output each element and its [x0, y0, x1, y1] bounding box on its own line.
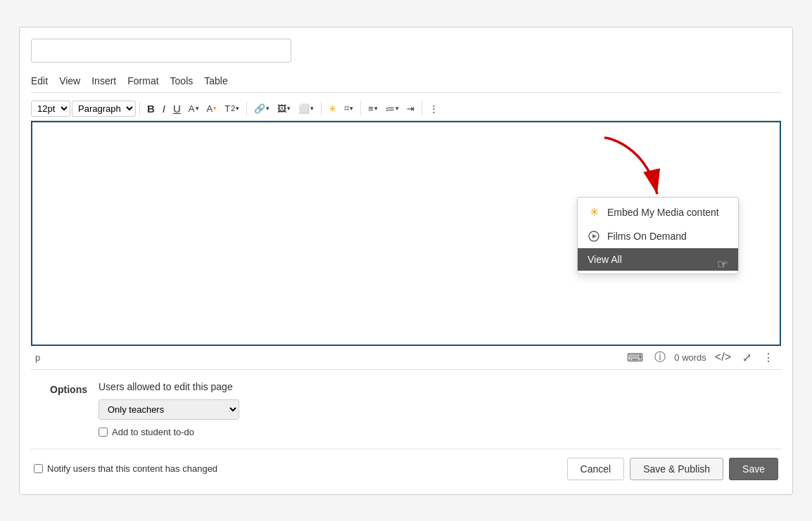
notify-label: Notify users that this content has chang…: [47, 463, 217, 474]
media-group: ✳ ⌗▾: [325, 100, 357, 117]
kaltura-icon: ✳: [588, 206, 600, 219]
options-section: Options Users allowed to edit this page …: [31, 370, 781, 449]
notify-row: Notify users that this content has chang…: [34, 463, 217, 474]
indent-button[interactable]: ⇥: [403, 101, 418, 117]
save-button[interactable]: Save: [729, 458, 778, 480]
options-label: Options: [31, 381, 87, 395]
menu-tools[interactable]: Tools: [170, 74, 194, 88]
word-count: 0 words: [674, 352, 706, 363]
status-bar: p ⌨ ⓘ 0 words </> ⤢ ⋮: [31, 346, 781, 370]
student-todo-checkbox[interactable]: [99, 427, 108, 437]
accessibility-button[interactable]: ⌗▾: [341, 100, 357, 117]
bold-button[interactable]: B: [144, 100, 158, 117]
menu-view[interactable]: View: [59, 74, 80, 88]
view-all-label: View All: [588, 254, 622, 265]
editor-wrapper: ✳ Embed My Media content Films On Demand…: [31, 121, 781, 346]
fullscreen-button[interactable]: ⤢: [740, 349, 754, 366]
sparkle-button[interactable]: ✳: [325, 101, 340, 117]
sep1: [139, 101, 140, 115]
svg-marker-2: [592, 234, 597, 238]
paragraph-group: Paragraph Heading 1 Heading 2: [72, 101, 136, 117]
source-code-button[interactable]: </>: [712, 349, 734, 365]
embed-button[interactable]: ⬜▾: [295, 101, 317, 117]
more-options-button[interactable]: ⋮: [760, 349, 777, 366]
underline-button[interactable]: U: [170, 100, 184, 117]
toolbar: 12pt 10pt 14pt 18pt Paragraph Heading 1 …: [31, 97, 781, 121]
paragraph-select[interactable]: Paragraph Heading 1 Heading 2: [72, 101, 136, 117]
dropdown-films-demand[interactable]: Films On Demand: [578, 224, 738, 248]
films-icon: [588, 230, 600, 243]
menu-table[interactable]: Table: [204, 74, 227, 88]
font-size-group: 12pt 10pt 14pt 18pt: [31, 101, 70, 117]
permissions-description: Users allowed to edit this page: [99, 381, 239, 392]
superscript-button[interactable]: T2▾: [221, 101, 243, 117]
keyboard-button[interactable]: ⌨: [624, 349, 646, 366]
sep5: [421, 101, 422, 115]
align-button[interactable]: ≡▾: [364, 101, 381, 117]
accessibility-info-button[interactable]: ⓘ: [652, 349, 668, 366]
cancel-button[interactable]: Cancel: [567, 458, 625, 480]
films-demand-label: Films On Demand: [607, 231, 687, 242]
p-tag: p: [35, 352, 40, 363]
student-todo-row: Add to student to-do: [99, 427, 239, 437]
italic-button[interactable]: I: [159, 100, 169, 117]
align-group: ≡▾ ≔▾ ⇥: [364, 101, 418, 117]
footer-buttons: Cancel Save & Publish Save: [567, 458, 778, 480]
footer-bar: Notify users that this content has chang…: [31, 449, 781, 483]
sep2: [246, 101, 247, 115]
cursor-hand-icon: ☞: [717, 257, 728, 272]
list-button[interactable]: ≔▾: [382, 101, 402, 117]
embed-media-label: Embed My Media content: [607, 207, 719, 218]
permissions-select[interactable]: Only teachers Teachers and students Ever…: [99, 399, 239, 420]
link-group: 🔗▾ 🖼▾ ⬜▾: [250, 101, 317, 117]
options-content: Users allowed to edit this page Only tea…: [99, 381, 239, 437]
highlight-button[interactable]: A▾: [203, 101, 221, 117]
title-input[interactable]: [31, 39, 291, 63]
text-color-button[interactable]: A▾: [185, 101, 203, 117]
sep4: [360, 101, 361, 115]
image-button[interactable]: 🖼▾: [274, 101, 294, 117]
menu-format[interactable]: Format: [127, 74, 158, 88]
menu-insert[interactable]: Insert: [91, 74, 116, 88]
dropdown-view-all[interactable]: View All ☞: [578, 248, 738, 271]
notify-checkbox[interactable]: [34, 464, 43, 473]
dropdown-menu: ✳ Embed My Media content Films On Demand…: [577, 197, 739, 274]
format-group: B I U A▾ A▾ T2▾: [144, 100, 243, 117]
student-todo-label: Add to student to-do: [112, 427, 194, 437]
sep3: [321, 101, 322, 115]
menu-bar: Edit View Insert Format Tools Table: [31, 70, 781, 93]
dropdown-embed-media[interactable]: ✳ Embed My Media content: [578, 200, 738, 224]
link-button[interactable]: 🔗▾: [250, 101, 273, 117]
menu-edit[interactable]: Edit: [31, 74, 48, 88]
status-bar-right: ⌨ ⓘ 0 words </> ⤢ ⋮: [624, 349, 777, 366]
editor-container: Edit View Insert Format Tools Table 12pt…: [19, 27, 793, 495]
font-size-select[interactable]: 12pt 10pt 14pt 18pt: [31, 101, 70, 117]
more-button[interactable]: ⋮: [426, 101, 442, 117]
save-publish-button[interactable]: Save & Publish: [630, 458, 723, 480]
